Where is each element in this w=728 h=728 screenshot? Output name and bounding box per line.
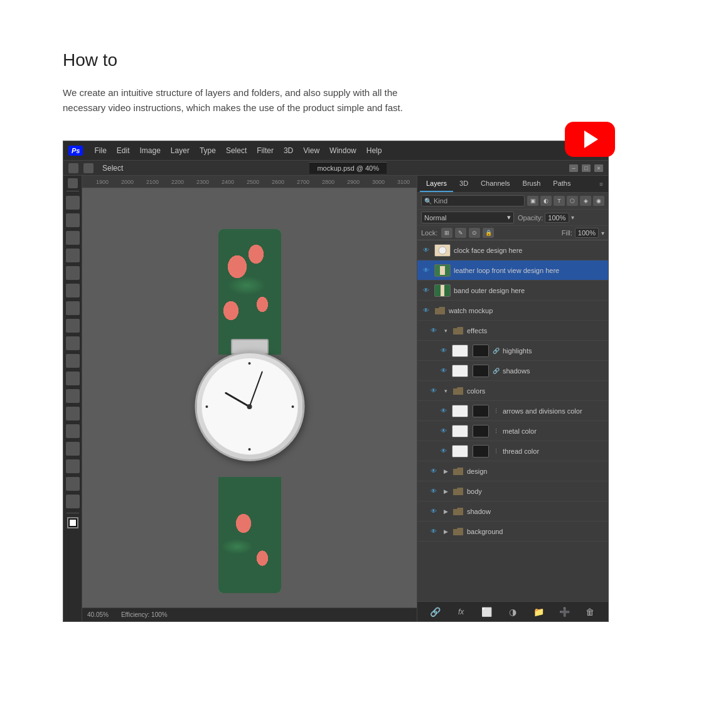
tool-crop[interactable] [66,249,80,262]
filter-adjustment-icon[interactable]: ◐ [540,196,552,206]
layer-visibility-toggle[interactable]: 👁 [429,487,439,496]
opacity-value[interactable]: 100% [545,213,569,223]
folder-expand-arrow[interactable]: ▶ [442,528,449,535]
layer-visibility-toggle[interactable]: 👁 [429,527,439,536]
lock-all-icon[interactable]: 🔒 [483,228,494,238]
layer-visibility-toggle[interactable]: 👁 [429,326,439,335]
tool-eraser[interactable] [66,354,80,368]
menu-type[interactable]: Type [196,145,220,156]
folder-expand-arrow[interactable]: ▾ [442,327,449,335]
menu-view[interactable]: View [299,145,323,156]
tool-paint[interactable] [66,301,80,315]
folder-item[interactable]: 👁 watch mockup [417,301,608,321]
menu-layer[interactable]: Layer [167,145,193,156]
tab-brush[interactable]: Brush [517,176,547,192]
link-layers-btn[interactable]: 🔗 [429,605,442,619]
filter-smart-icon[interactable]: ◈ [580,196,591,206]
layer-item[interactable]: 👁 🔗 highlights [417,341,608,361]
layer-item[interactable]: 👁 ⋮ arrows and divisions color [417,401,608,421]
tool-heal[interactable] [66,284,80,297]
tool-clone[interactable] [66,319,80,333]
menu-help[interactable]: Help [363,145,386,156]
filter-type-icon[interactable]: T [554,196,565,206]
tool-shape[interactable] [66,459,80,473]
layer-visibility-toggle[interactable]: 👁 [429,387,439,395]
lock-pixels-icon[interactable]: ⊞ [441,228,452,238]
layer-item[interactable]: 👁 🔗 shadows [417,361,608,381]
lock-position-icon[interactable]: ✎ [455,228,466,238]
folder-item[interactable]: 👁 ▾ effects [417,321,608,341]
tool-text[interactable] [66,442,80,456]
blend-mode-select[interactable]: Normal ▾ [421,211,514,223]
ps-canvas[interactable]: 1900 2000 2100 2200 2300 2400 2500 2600 … [82,176,417,621]
document-tab[interactable]: mockup.psd @ 40% [309,162,387,174]
tool-brush[interactable] [66,231,80,245]
layer-visibility-toggle[interactable]: 👁 [421,286,431,295]
layer-visibility-toggle[interactable]: 👁 [439,427,449,436]
close-btn[interactable]: × [594,164,603,172]
menu-filter[interactable]: Filter [253,145,277,156]
menu-3d[interactable]: 3D [280,145,297,156]
folder-item[interactable]: 👁 ▶ background [417,522,608,542]
folder-expand-arrow[interactable]: ▶ [442,468,449,475]
menu-image[interactable]: Image [136,145,164,156]
layer-visibility-toggle[interactable]: 👁 [429,467,439,476]
folder-expand-arrow[interactable]: ▶ [442,488,449,495]
lock-artboard-icon[interactable]: ⊙ [469,228,480,238]
folder-expand-arrow[interactable]: ▾ [442,387,449,395]
layer-visibility-toggle[interactable]: 👁 [439,367,449,375]
layer-visibility-toggle[interactable]: 👁 [421,306,431,315]
new-group-btn[interactable]: 📁 [532,605,545,619]
layer-visibility-toggle[interactable]: 👁 [429,507,439,516]
layer-item[interactable]: 👁 ⋮ metal color [417,421,608,441]
folder-item[interactable]: 👁 ▾ colors [417,381,608,401]
add-mask-btn[interactable]: ⬜ [480,605,494,619]
folder-item[interactable]: 👁 ▶ shadow [417,501,608,522]
tool-move[interactable] [66,196,80,210]
hour-hand [225,392,250,407]
filter-pixel-icon[interactable]: ▣ [527,196,538,206]
layer-visibility-toggle[interactable]: 👁 [439,407,449,415]
layer-visibility-toggle[interactable]: 👁 [421,246,431,255]
tool-hand[interactable] [66,477,80,491]
new-layer-btn[interactable]: ➕ [557,605,571,619]
layer-item[interactable]: 👁 band outer design here [417,281,608,301]
filter-toggle-icon[interactable]: ◉ [593,196,604,206]
layer-visibility-toggle[interactable]: 👁 [439,346,449,355]
layer-item[interactable]: 👁 leather loop front view design here [417,260,608,281]
tool-blur[interactable] [66,389,80,403]
tab-layers[interactable]: Layers [420,176,453,192]
menu-edit[interactable]: Edit [113,145,134,156]
select-label[interactable]: Select [99,163,127,174]
foreground-color[interactable] [67,517,78,528]
tool-zoom[interactable] [66,495,80,508]
fx-btn[interactable]: fx [454,605,468,619]
youtube-button[interactable] [565,122,615,157]
layer-visibility-toggle[interactable]: 👁 [439,447,449,456]
folder-item[interactable]: 👁 ▶ design [417,461,608,481]
tab-channels[interactable]: Channels [474,176,516,192]
tool-dodge[interactable] [66,407,80,420]
layer-visibility-toggle[interactable]: 👁 [421,266,431,275]
delete-layer-btn[interactable]: 🗑 [583,605,597,619]
menu-file[interactable]: File [90,145,110,156]
tool-eyedropper[interactable] [66,266,80,280]
panel-collapse-icon[interactable]: ≡ [597,178,606,190]
maximize-btn[interactable]: □ [582,164,591,172]
minimize-btn[interactable]: – [569,164,578,172]
layer-item[interactable]: 👁 clock face design here [417,240,608,260]
tool-pen[interactable] [66,424,80,438]
tool-gradient[interactable] [66,372,80,385]
tab-3d[interactable]: 3D [453,176,474,192]
layer-item[interactable]: 👁 ⋮ thread color [417,441,608,461]
fill-value[interactable]: 100% [575,228,599,238]
menu-select[interactable]: Select [222,145,250,156]
folder-item[interactable]: 👁 ▶ body [417,481,608,501]
menu-window[interactable]: Window [326,145,360,156]
filter-shape-icon[interactable]: ⬡ [567,196,578,206]
tool-lasso[interactable] [66,213,80,227]
tab-paths[interactable]: Paths [547,176,577,192]
adjustment-btn[interactable]: ◑ [506,605,520,619]
folder-expand-arrow[interactable]: ▶ [442,508,449,515]
tool-history[interactable] [66,336,80,350]
